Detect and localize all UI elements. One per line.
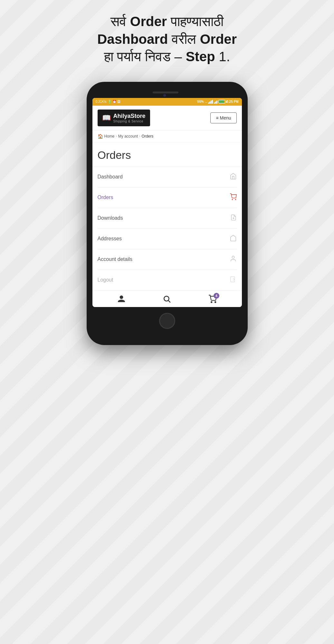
svg-point-0 [232,199,233,200]
cart-badge: 4 [214,293,219,299]
breadcrumb-my-account[interactable]: My account [118,134,138,139]
home-icon: 🏠 [98,134,103,139]
nav-downloads-label: Downloads [98,215,123,221]
phone-camera-dot [163,94,166,97]
svg-line-8 [168,301,170,303]
nav-account-label: Account details [98,256,133,262]
breadcrumb-current: Orders [142,134,154,139]
svg-point-10 [215,302,216,303]
breadcrumb: 🏠 Home › My account › Orders [92,130,242,142]
nav-item-account-details[interactable]: Account details [98,249,237,270]
nav-item-dashboard[interactable]: Dashboard [98,167,237,187]
downloads-icon [230,214,237,223]
bottom-nav-search[interactable] [163,295,171,303]
bottom-nav-account[interactable] [117,295,126,303]
breadcrumb-chevron-1: › [116,134,117,138]
book-icon: 📖 [102,114,111,122]
svg-point-5 [232,256,234,258]
nav-item-orders[interactable]: Orders [98,187,237,208]
bottom-nav-cart[interactable]: 4 [208,295,217,303]
svg-point-9 [211,302,212,303]
signal-bars [208,100,213,104]
status-bar: 0.31K/s 🔋 ⏰ 🖼 V6% ‥ 3:25 PM [92,98,242,106]
battery-icon [218,100,225,103]
signal-bars-2 [214,100,217,104]
time-display: 3:25 PM [226,100,239,103]
status-left: 0.31K/s 🔋 ⏰ 🖼 [96,100,120,103]
nav-item-logout[interactable]: Logout [98,270,237,291]
phone-top-bar [92,91,242,98]
svg-point-1 [235,199,236,200]
logo-text: AhilyaStore Shipping & Service [113,113,146,123]
store-subtitle: Shipping & Service [113,120,146,123]
phone-screen: 0.31K/s 🔋 ⏰ 🖼 V6% ‥ 3:25 PM [92,98,242,307]
page-title: Orders [92,142,242,167]
account-details-icon [230,255,237,264]
phone-frame: 0.31K/s 🔋 ⏰ 🖼 V6% ‥ 3:25 PM [87,82,248,345]
svg-rect-6 [230,277,234,282]
nav-addresses-label: Addresses [98,236,122,242]
nav-logout-label: Logout [98,277,113,283]
nav-orders-label: Orders [98,195,113,200]
home-button[interactable] [159,313,175,329]
store-name: AhilyaStore [113,113,146,120]
addresses-icon [230,235,237,243]
nav-item-downloads[interactable]: Downloads [98,208,237,229]
phone-home-button-area [92,313,242,329]
breadcrumb-home[interactable]: Home [104,134,115,139]
menu-button[interactable]: ≡ Menu [210,112,236,123]
nav-item-addresses[interactable]: Addresses [98,229,237,249]
nav-dashboard-label: Dashboard [98,174,123,180]
header-text-line1: सर्व Order पाहण्यासाठी Dashboard वरील Or… [97,14,237,64]
network-speed: 0.31K/s [96,100,107,103]
dashboard-icon [230,173,237,181]
header-instruction: सर्व Order पाहण्यासाठी Dashboard वरील Or… [97,13,237,66]
status-icons: 🔋 ⏰ 🖼 [108,100,120,103]
breadcrumb-chevron-2: › [139,134,140,138]
nav-menu: Dashboard Orders [92,167,242,291]
svg-point-7 [164,296,169,301]
signal-percent: V6% [197,100,204,103]
phone-speaker [153,91,178,93]
store-header: 📖 AhilyaStore Shipping & Service ≡ Menu [92,106,242,130]
signal-dots: ‥ [205,100,207,103]
bottom-nav: 4 [92,291,242,307]
status-right: V6% ‥ 3:25 PM [197,100,239,104]
logout-icon [230,276,237,284]
orders-icon [230,193,237,202]
store-logo: 📖 AhilyaStore Shipping & Service [98,110,150,126]
